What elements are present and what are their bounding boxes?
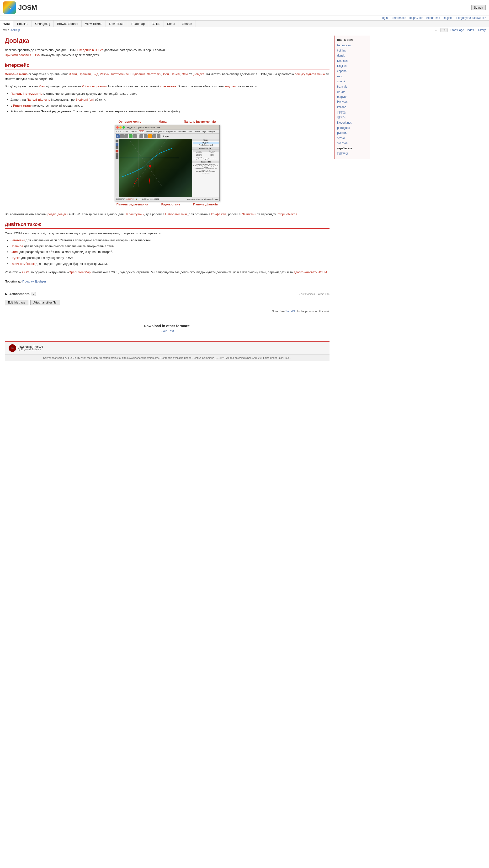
improve-link[interactable]: вдосконалювати JOSM	[294, 270, 327, 274]
lang-ru[interactable]: русский	[337, 130, 368, 136]
start-page-link[interactable]: Start Page	[451, 28, 464, 32]
section3-p2: Розвиток ⇒JOSM, як одного з інструментів…	[5, 270, 329, 275]
breadcrumb-link[interactable]: Uk:Help	[10, 28, 20, 32]
lang-uk[interactable]: українська	[337, 146, 368, 151]
nav-search[interactable]: Search	[179, 21, 196, 27]
nav-changelog[interactable]: Changelog	[32, 21, 54, 27]
dialogs-panel-link[interactable]: Панелі діалогів	[27, 98, 50, 101]
trac-logo: 🐞 Powered by Trac 1.6 By Edgewall Softwa…	[8, 344, 43, 352]
lang-pt[interactable]: português	[337, 125, 368, 131]
index-link[interactable]: Index	[467, 28, 474, 32]
menu-mode[interactable]: Режим	[100, 72, 109, 76]
lang-et[interactable]: eesti	[337, 74, 368, 79]
label-edit-panel: Панель редагування	[116, 203, 148, 206]
attachments-header[interactable]: ▶ Attachments 2	[5, 292, 36, 296]
selected-link[interactable]: Виділені (en)	[76, 98, 94, 101]
changesets-link[interactable]: Наборами змін	[165, 212, 187, 216]
lang-ko[interactable]: 한국어	[337, 115, 368, 120]
intro-link1[interactable]: Введення в JOSM	[77, 48, 104, 52]
conflicts-link[interactable]: Конфліктів	[211, 212, 226, 216]
nav-wiki[interactable]: Wiki	[0, 21, 13, 27]
work-mode-link[interactable]: Робочого режиму	[82, 85, 107, 88]
lang-fr[interactable]: français	[337, 84, 368, 90]
nav-new-ticket[interactable]: New Ticket	[106, 21, 128, 27]
lang-de[interactable]: Deutsch	[337, 58, 368, 64]
lang-ja[interactable]: 日本語	[337, 110, 368, 115]
history-link[interactable]: History	[477, 28, 486, 32]
shortcuts-link[interactable]: Гарячі комбінації	[10, 262, 35, 266]
menu-panels[interactable]: Панелі	[171, 72, 180, 76]
josm-logo[interactable]: ✏️	[3, 1, 16, 14]
help-section-link[interactable]: розділ довідки	[48, 212, 68, 216]
list-rules: Правила для перевірки правильності запов…	[10, 244, 329, 249]
josm-link[interactable]: JOSM	[21, 270, 29, 274]
register-link[interactable]: Register	[443, 16, 454, 20]
plain-text-link[interactable]: Plain Text	[161, 329, 174, 333]
menu-edit[interactable]: Правити	[79, 72, 91, 76]
attach-file-button[interactable]: Attach another file	[30, 300, 60, 305]
lang-hu[interactable]: magyar	[337, 94, 368, 100]
drawing-link[interactable]: Креслення	[160, 85, 176, 88]
toolbar-link[interactable]: Панель інструментів	[10, 92, 42, 95]
lang-zh[interactable]: 简体中文	[337, 151, 368, 156]
edit-page-button[interactable]: Edit this page	[5, 300, 28, 305]
menu-search-link[interactable]: пошуку пунктів меню	[295, 72, 325, 76]
status-bar-link[interactable]: Рядку стану	[13, 104, 32, 107]
action-buttons: Edit this page Attach another file	[5, 300, 329, 305]
screenshot-labels-top: Основне меню Мапа Панель інструментів	[110, 120, 225, 123]
header-search-button[interactable]: Search	[471, 5, 486, 10]
page-title: Довідка	[5, 37, 329, 44]
lang-sr[interactable]: srpski	[337, 136, 368, 141]
styles-link[interactable]: Стилі	[10, 250, 19, 254]
select-link[interactable]: виділяти	[225, 85, 237, 88]
lang-nl[interactable]: Nederlands	[337, 120, 368, 125]
lang-it[interactable]: italiano	[337, 105, 368, 110]
menu-tools[interactable]: Інструменти	[111, 72, 129, 76]
lang-fi[interactable]: suomi	[337, 79, 368, 84]
screenshot-container: Основне меню Мапа Панель інструментів Ре…	[110, 120, 225, 206]
intro-link2[interactable]: Прийоми роботи з JOSM	[5, 53, 40, 57]
help-guide-link[interactable]: Help/Guide	[409, 16, 423, 20]
lang-is[interactable]: Íslenska	[337, 100, 368, 105]
login-link[interactable]: Login	[381, 16, 387, 20]
nav-timeline[interactable]: Timeline	[13, 21, 32, 27]
menu-file[interactable]: Файл	[69, 72, 77, 76]
menu-imagery[interactable]: Фон	[163, 72, 169, 76]
about-trac-link[interactable]: About Trac	[426, 16, 440, 20]
menu-help[interactable]: Довідка	[193, 72, 204, 76]
menu-audio[interactable]: Звук	[182, 72, 189, 76]
lang-da[interactable]: dansk	[337, 53, 368, 58]
svg-line-8	[149, 175, 150, 185]
nav-roadmap[interactable]: Roadmap	[128, 21, 148, 27]
nav-view-tickets[interactable]: View Tickets	[82, 21, 106, 27]
lang-en[interactable]: English	[337, 63, 368, 69]
rules-link[interactable]: Правила	[10, 244, 23, 248]
main-menu-link[interactable]: Основне меню	[5, 72, 28, 76]
lang-sv[interactable]: svenska	[337, 141, 368, 146]
list-item-status: в Рядку стану показуються поточні коорди…	[10, 103, 329, 108]
osm-link[interactable]: OpenStreetMap	[69, 270, 91, 274]
preferences-link[interactable]: Preferences	[391, 16, 406, 20]
presets-link[interactable]: Заготовки	[10, 238, 25, 242]
lang-es[interactable]: español	[337, 69, 368, 74]
plugins-link[interactable]: Втулки	[10, 256, 20, 259]
settings-link[interactable]: Налаштувань	[124, 212, 144, 216]
relations-link[interactable]: Зв'язками	[242, 212, 256, 216]
menu-select[interactable]: Виділення	[131, 72, 145, 76]
list-presets: Заготовки для наповнення мапи об'єктами …	[10, 238, 329, 243]
nav-builds[interactable]: Builds	[148, 21, 164, 27]
nav-sonar[interactable]: Sonar	[164, 21, 179, 27]
history-obj-link[interactable]: Історії об'єктів	[277, 212, 297, 216]
map-link[interactable]: Мапі	[39, 85, 46, 88]
trac-wiki-link[interactable]: TracWiki	[285, 310, 296, 313]
lang-he[interactable]: עברית	[337, 89, 368, 94]
label-main-menu: Основне меню	[118, 120, 141, 123]
nav-browse-source[interactable]: Browse Source	[54, 21, 82, 27]
lang-cs[interactable]: čeština	[337, 48, 368, 54]
header-search-input[interactable]	[432, 5, 470, 10]
menu-presets[interactable]: Заготовки	[147, 72, 161, 76]
lang-bg[interactable]: български	[337, 43, 368, 48]
menu-view[interactable]: Вид	[93, 72, 98, 76]
forgot-password-link[interactable]: Forgot your password?	[456, 16, 486, 20]
top-link[interactable]: Початку Довідки	[23, 280, 46, 283]
